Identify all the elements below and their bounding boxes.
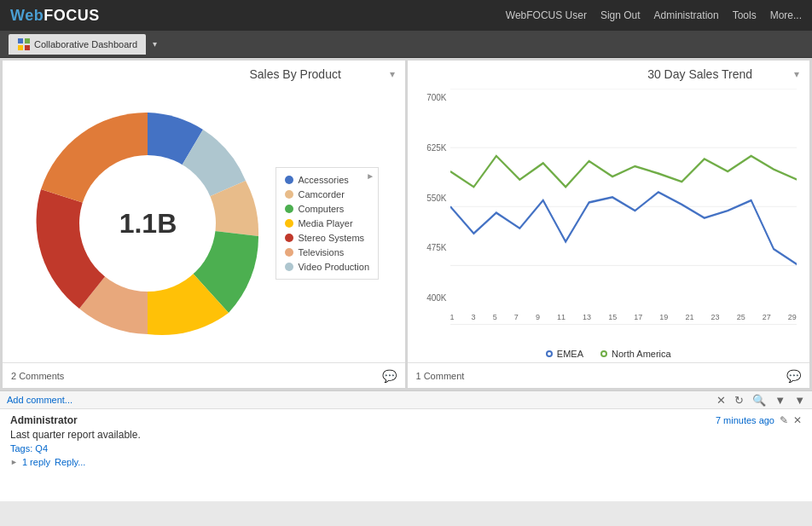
y-label-550k: 550K xyxy=(426,194,446,203)
x-label-21: 21 xyxy=(685,313,693,321)
nav-webfocus-user[interactable]: WebFOCUS User xyxy=(506,9,587,21)
comment-content: Administrator 7 minutes ago ✎ ✕ Last qua… xyxy=(0,409,812,472)
y-axis: 700K 625K 550K 475K 400K xyxy=(412,89,450,320)
legend-item-accessories: Accessories xyxy=(285,175,369,185)
legend-dot-televisions xyxy=(285,248,293,257)
x-label-1: 1 xyxy=(450,313,455,321)
sales-trend-panel: 30 Day Sales Trend ▾ 700K 625K 550K 475K… xyxy=(408,61,810,388)
x-axis: 1 3 5 7 9 11 13 15 17 19 21 23 2 xyxy=(450,313,798,321)
close-panel-icon[interactable]: ✕ xyxy=(716,394,726,407)
comment-panel: Add comment... ✕ ↻ 🔍 ▼ ▼ Administrator 7… xyxy=(0,390,812,501)
legend-dot-camcorder xyxy=(285,190,293,199)
comment-tags: Tags: Q4 xyxy=(10,443,802,454)
dashboard-tab-label: Collaborative Dashboard xyxy=(34,39,137,49)
panel-left-body: 1.1B ► Accessories Camcorder xyxy=(3,84,405,362)
dashboard-row: Sales By Product ▾ xyxy=(0,58,812,390)
donut-chart: 1.1B xyxy=(28,104,267,343)
right-comments-count: 1 Comment xyxy=(416,371,465,381)
toolbar-dropdown-icon[interactable]: ▾ xyxy=(153,39,157,49)
collapse-icon[interactable]: ▼ xyxy=(794,394,805,407)
donut-legend: ► Accessories Camcorder Computers xyxy=(276,167,379,280)
svg-rect-1 xyxy=(25,38,30,43)
legend-dot-accessories xyxy=(285,176,293,184)
comment-header: Administrator 7 minutes ago ✎ ✕ xyxy=(10,414,802,426)
x-label-19: 19 xyxy=(659,313,668,321)
left-chat-icon[interactable]: 💬 xyxy=(382,369,397,383)
chart-legend: EMEA North America xyxy=(412,345,806,362)
dashboard-tab[interactable]: Collaborative Dashboard xyxy=(9,34,146,55)
refresh-icon[interactable]: ↻ xyxy=(734,394,744,407)
panel-left-dropdown[interactable]: ▾ xyxy=(390,68,395,80)
legend-item-video: Video Production xyxy=(285,262,369,272)
left-comments-count: 2 Comments xyxy=(11,371,64,381)
legend-label-media-player: Media Player xyxy=(298,218,352,228)
legend-item-televisions: Televisions xyxy=(285,247,369,257)
legend-emea: EMEA xyxy=(546,349,583,359)
legend-dot-video xyxy=(285,263,293,271)
panel-left-header: Sales By Product ▾ xyxy=(3,61,405,84)
y-label-625k: 625K xyxy=(426,143,446,153)
app-logo: WebFOCUS xyxy=(10,7,100,25)
nav-administration[interactable]: Administration xyxy=(654,9,719,21)
triangle-icon: ► xyxy=(10,458,18,466)
legend-dot-media-player xyxy=(285,219,293,228)
panel-right-dropdown[interactable]: ▾ xyxy=(794,68,799,80)
panel-right-body: 700K 625K 550K 475K 400K xyxy=(408,84,810,362)
x-label-3: 3 xyxy=(472,313,476,321)
search-icon[interactable]: 🔍 xyxy=(752,394,766,407)
nav-tools[interactable]: Tools xyxy=(733,9,757,21)
line-chart-area: 700K 625K 550K 475K 400K xyxy=(412,89,806,345)
x-label-23: 23 xyxy=(711,313,720,321)
legend-label-computers: Computers xyxy=(298,204,344,214)
panel-left-footer: 2 Comments 💬 xyxy=(3,362,405,388)
x-label-5: 5 xyxy=(493,313,497,321)
legend-dot-emea xyxy=(546,350,553,357)
comment-edit-icon[interactable]: ✎ xyxy=(780,414,788,426)
reply-count[interactable]: 1 reply xyxy=(22,457,50,467)
line-chart-wrapper: 700K 625K 550K 475K 400K xyxy=(412,84,806,362)
x-label-27: 27 xyxy=(763,313,771,321)
right-chat-icon[interactable]: 💬 xyxy=(786,369,801,383)
nav-links: WebFOCUS User Sign Out Administration To… xyxy=(506,9,802,21)
panel-right-title: 30 Day Sales Trend xyxy=(606,67,794,81)
svg-rect-2 xyxy=(18,45,23,50)
comment-section-bar: Add comment... ✕ ↻ 🔍 ▼ ▼ xyxy=(0,391,812,409)
comment-reply-section: ► 1 reply Reply... xyxy=(10,457,802,467)
legend-dot-computers xyxy=(285,205,293,213)
comment-actions-right: 7 minutes ago ✎ ✕ xyxy=(716,414,802,426)
legend-item-camcorder: Camcorder xyxy=(285,189,369,199)
legend-expand-icon[interactable]: ► xyxy=(366,171,374,181)
app-header: WebFOCUS WebFOCUS User Sign Out Administ… xyxy=(0,0,812,31)
main-content: Sales By Product ▾ xyxy=(0,58,812,526)
legend-item-computers: Computers xyxy=(285,204,369,214)
dashboard-icon xyxy=(17,38,31,51)
comment-time: 7 minutes ago xyxy=(716,415,774,425)
x-label-17: 17 xyxy=(634,313,642,321)
y-label-700k: 700K xyxy=(426,93,446,102)
legend-north-america: North America xyxy=(600,349,671,359)
x-label-25: 25 xyxy=(737,313,745,321)
panel-left-title: Sales By Product xyxy=(201,67,390,81)
x-label-11: 11 xyxy=(557,313,566,321)
add-comment-link[interactable]: Add comment... xyxy=(7,393,72,407)
more-options-icon[interactable]: ▼ xyxy=(774,394,786,407)
legend-dot-stereo xyxy=(285,234,293,242)
x-label-29: 29 xyxy=(788,313,797,321)
panel-right-header: 30 Day Sales Trend ▾ xyxy=(408,61,810,84)
x-label-15: 15 xyxy=(608,313,617,321)
comment-author: Administrator xyxy=(10,414,78,426)
reply-link[interactable]: Reply... xyxy=(55,457,85,467)
nav-sign-out[interactable]: Sign Out xyxy=(600,9,641,21)
logo-web: Web xyxy=(10,7,44,24)
sales-by-product-panel: Sales By Product ▾ xyxy=(3,61,405,388)
main-toolbar: Collaborative Dashboard ▾ xyxy=(0,31,812,58)
line-chart-svg xyxy=(450,89,798,327)
legend-label-televisions: Televisions xyxy=(298,247,344,257)
y-label-475k: 475K xyxy=(426,243,446,252)
svg-rect-3 xyxy=(25,45,30,50)
tags-label: Tags: xyxy=(10,443,32,454)
nav-more[interactable]: More... xyxy=(770,9,802,21)
x-label-9: 9 xyxy=(536,313,540,321)
comment-delete-icon[interactable]: ✕ xyxy=(793,414,802,426)
comment-text: Last quarter report available. xyxy=(10,429,802,441)
